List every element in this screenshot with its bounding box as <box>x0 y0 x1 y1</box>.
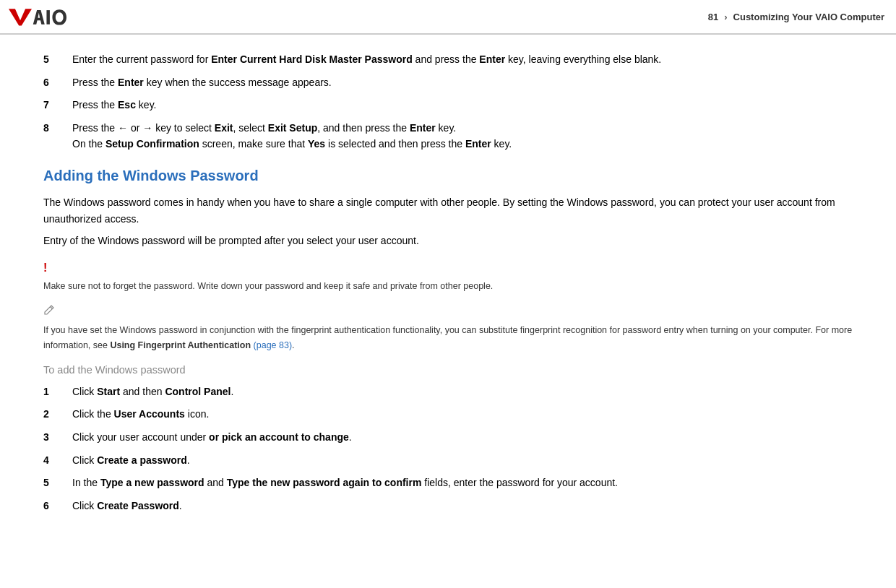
page-83-link[interactable]: (page 83) <box>254 340 293 350</box>
step-2: 2 Click the User Accounts icon. <box>43 407 853 423</box>
step-5-bottom-num: 5 <box>43 475 72 491</box>
page-number: 81 <box>708 12 718 22</box>
step-7: 7 Press the Esc key. <box>43 98 853 113</box>
step-1-num: 1 <box>43 384 72 400</box>
warning-mark: ! <box>43 259 853 277</box>
note-text: If you have set the Windows password in … <box>43 325 852 351</box>
step-5-num: 5 <box>43 52 72 68</box>
step-4-num: 4 <box>43 453 72 469</box>
steps-bottom: 1 Click Start and then Control Panel. 2 … <box>43 384 853 514</box>
step-4: 4 Click Create a password. <box>43 453 853 469</box>
step-2-num: 2 <box>43 407 72 423</box>
step-6-bottom-num: 6 <box>43 498 72 514</box>
step-8-num: 8 <box>43 121 72 137</box>
warning-box: ! Make sure not to forget the password. … <box>43 256 853 297</box>
section-heading: Adding the Windows Password <box>43 165 853 187</box>
step-3-text: Click your user account under or pick an… <box>72 430 853 446</box>
header-right: 81 › Customizing Your VAIO Computer <box>708 12 884 22</box>
step-6-top: 6 Press the Enter key when the success m… <box>43 75 853 91</box>
step-4-text: Click Create a password. <box>72 453 853 469</box>
step-8: 8 Press the ← or → key to select Exit, s… <box>43 121 853 152</box>
page-header: 81 › Customizing Your VAIO Computer <box>0 0 896 35</box>
note-icon <box>43 304 853 321</box>
step-5-text: Enter the current password for Enter Cur… <box>72 52 853 68</box>
note-box: If you have set the Windows password in … <box>43 304 853 353</box>
step-2-text: Click the User Accounts icon. <box>72 407 853 423</box>
step-1: 1 Click Start and then Control Panel. <box>43 384 853 400</box>
step-8-text: Press the ← or → key to select Exit, sel… <box>72 121 853 152</box>
section-title: Customizing Your VAIO Computer <box>733 12 884 22</box>
chevron-icon: › <box>724 12 727 22</box>
step-5-bottom: 5 In the Type a new password and Type th… <box>43 475 853 491</box>
step-6-top-text: Press the Enter key when the success mes… <box>72 75 853 91</box>
step-1-text: Click Start and then Control Panel. <box>72 384 853 400</box>
step-6-top-num: 6 <box>43 75 72 91</box>
step-5: 5 Enter the current password for Enter C… <box>43 52 853 68</box>
steps-top: 5 Enter the current password for Enter C… <box>43 52 853 152</box>
vaio-logo <box>9 6 66 27</box>
step-5-bottom-text: In the Type a new password and Type the … <box>72 475 853 491</box>
sub-heading: To add the Windows password <box>43 362 853 378</box>
svg-rect-0 <box>46 10 49 25</box>
step-7-text: Press the Esc key. <box>72 98 853 113</box>
step-6-bottom: 6 Click Create Password. <box>43 498 853 514</box>
main-content: 5 Enter the current password for Enter C… <box>0 35 896 539</box>
para1: The Windows password comes in handy when… <box>43 194 853 227</box>
step-3-num: 3 <box>43 430 72 446</box>
step-7-num: 7 <box>43 98 72 113</box>
para2: Entry of the Windows password will be pr… <box>43 233 853 248</box>
step-6-bottom-text: Click Create Password. <box>72 498 853 514</box>
step-3: 3 Click your user account under or pick … <box>43 430 853 446</box>
warning-text: Make sure not to forget the password. Wr… <box>43 281 493 291</box>
